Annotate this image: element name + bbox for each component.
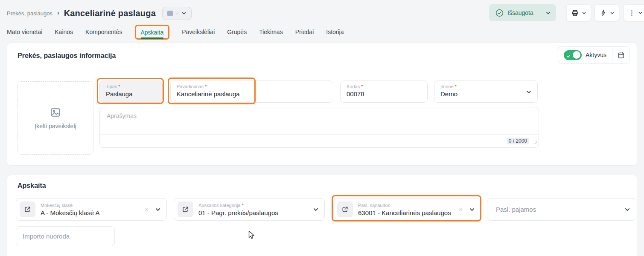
calendar-icon — [617, 51, 625, 59]
mokesciu-klase-value: A - Mokesčių klasė A — [41, 209, 99, 216]
external-link-icon — [182, 206, 189, 213]
char-counter: 0 / 2000 — [507, 138, 529, 144]
calendar-button[interactable] — [612, 47, 629, 63]
chevron-down-icon — [469, 207, 475, 213]
card-title: Prekės, paslaugos informacija — [17, 52, 116, 60]
active-toggle[interactable]: Aktyvus — [558, 47, 612, 63]
accounting-card: Apskaita Mokesčių klasė A - Mokesčių kla… — [7, 175, 637, 256]
required-asterisk: * — [361, 84, 363, 89]
clear-x-icon[interactable]: × — [144, 206, 149, 213]
pavadinimas-value: Kanceliarinė paslauga — [177, 90, 327, 98]
tab-priedai[interactable]: Priedai — [295, 29, 314, 35]
required-asterisk: * — [205, 84, 207, 89]
pasl-pajamos-placeholder: Pasl. pajamos — [496, 206, 536, 213]
check-circle-icon — [495, 9, 504, 17]
kodas-field[interactable]: Kodas* 00078 — [340, 81, 428, 103]
tab-mato-vienetai[interactable]: Mato vienetai — [7, 29, 42, 35]
status-selector[interactable]: - — [162, 7, 192, 20]
apskaitos-kategorija-value: 01 - Pagr. prekės/paslaugos — [198, 209, 278, 216]
chevron-down-icon — [526, 89, 532, 95]
chevron-down-icon — [624, 207, 630, 213]
tab-paveiksleliai[interactable]: Paveikslėliai — [182, 29, 215, 35]
page-title: Kanceliarinė paslauga — [64, 9, 156, 18]
tab-tiekimas[interactable]: Tiekimas — [259, 29, 283, 35]
chevron-down-icon — [313, 207, 319, 213]
description-field: 0 / 2000 — [99, 107, 539, 148]
product-page: Prekės, paslaugos › Kanceliarinė paslaug… — [0, 0, 644, 256]
chevron-down-icon — [610, 11, 615, 15]
importo-nuoroda-field — [16, 226, 115, 246]
tab-apskaita[interactable]: Apskaita — [141, 29, 164, 39]
clear-x-icon[interactable]: × — [458, 206, 463, 213]
field-label: Įmonė* — [440, 84, 531, 89]
required-asterisk: * — [119, 84, 120, 89]
printer-icon — [571, 9, 579, 17]
description-textarea[interactable] — [100, 107, 539, 133]
more-options-button[interactable] — [624, 4, 644, 21]
tipas-field[interactable]: Tipas* Paslauga — [99, 81, 163, 103]
pasl-sanaudos-value: 63001 - Kanceliarinės paslaugos — [358, 209, 451, 216]
tab-istorija[interactable]: Istorija — [326, 29, 344, 35]
upload-label: Įkelti paveikslėlį — [35, 123, 76, 129]
kebab-menu-icon — [628, 9, 635, 17]
kodas-value: 00078 — [347, 90, 421, 98]
imone-select[interactable]: Įmonė* Demo — [434, 81, 538, 103]
field-label: Mokesčių klasė — [41, 203, 99, 208]
chevron-down-icon — [155, 207, 161, 213]
imone-value: Demo — [440, 90, 531, 98]
external-link-button[interactable] — [20, 201, 35, 217]
annotation-box-apskaita-tab: Apskaita — [135, 25, 170, 40]
image-icon — [50, 106, 61, 118]
active-toggle-group: Aktyvus — [558, 46, 630, 63]
breadcrumb: Prekės, paslaugos › Kanceliarinė paslaug… — [7, 6, 192, 21]
field-label: Tipas* — [106, 84, 156, 89]
field-label: Pavadinimas* — [177, 84, 327, 89]
tipas-value: Paslauga — [106, 90, 156, 98]
chevron-down-icon — [181, 11, 186, 16]
image-upload-dropzone[interactable]: Įkelti paveikslėlį — [17, 81, 93, 155]
card-title: Apskaita — [17, 182, 46, 190]
status-value: - — [176, 10, 178, 17]
tab-komponentes[interactable]: Komponentės — [85, 29, 122, 35]
external-link-button[interactable] — [337, 201, 353, 217]
resize-grip-icon[interactable] — [533, 138, 537, 146]
pasl-pajamos-select[interactable]: Pasl. pajamos — [487, 198, 636, 221]
description-footer: 0 / 2000 — [100, 134, 539, 147]
saved-status-main[interactable]: Išsaugota — [489, 4, 540, 21]
divider — [7, 67, 637, 67]
chevron-right-icon: › — [57, 9, 59, 16]
active-toggle-label: Aktyvus — [586, 52, 606, 58]
required-asterisk: * — [242, 203, 243, 208]
saved-status-button[interactable]: Išsaugota — [489, 4, 556, 21]
importo-nuoroda-input[interactable] — [16, 227, 114, 246]
apskaitos-kategorija-select[interactable]: Apskaitos kategorija* 01 - Pagr. prekės/… — [174, 198, 325, 221]
pavadinimas-field[interactable]: Pavadinimas* Kanceliarinė paslauga — [170, 81, 333, 103]
product-info-card: Prekės, paslaugos informacija Aktyvus — [7, 43, 637, 166]
pasl-sanaudos-select[interactable]: Pasl. sąnaudos 63001 - Kanceliarinės pas… — [333, 198, 481, 221]
required-asterisk: * — [455, 84, 457, 89]
external-link-icon — [24, 206, 31, 213]
chevron-down-icon — [582, 11, 586, 15]
tab-kainos[interactable]: Kainos — [55, 29, 73, 35]
chevron-down-icon — [545, 10, 551, 16]
saved-dropdown-button[interactable] — [540, 4, 556, 21]
saved-status-label: Išsaugota — [507, 9, 533, 16]
lightning-icon — [600, 9, 607, 17]
external-link-button[interactable] — [178, 201, 193, 217]
external-link-icon — [341, 206, 349, 213]
actions-menu-button[interactable] — [594, 4, 619, 21]
field-label: Kodas* — [347, 84, 421, 89]
field-label: Pasl. sąnaudos — [358, 203, 451, 208]
tab-grupes[interactable]: Grupės — [227, 29, 247, 35]
toggle-on-icon[interactable] — [564, 50, 582, 60]
breadcrumb-parent[interactable]: Prekės, paslaugos — [7, 10, 52, 17]
chevron-down-icon — [638, 11, 643, 15]
color-swatch-icon — [167, 11, 173, 16]
check-icon — [566, 52, 571, 60]
print-menu-button[interactable] — [566, 4, 591, 21]
mokesciu-klase-select[interactable]: Mokesčių klasė A - Mokesčių klasė A × — [16, 198, 167, 221]
field-label: Apskaitos kategorija* — [198, 203, 278, 208]
tab-bar: Mato vienetai Kainos Komponentės Apskait… — [7, 23, 344, 40]
